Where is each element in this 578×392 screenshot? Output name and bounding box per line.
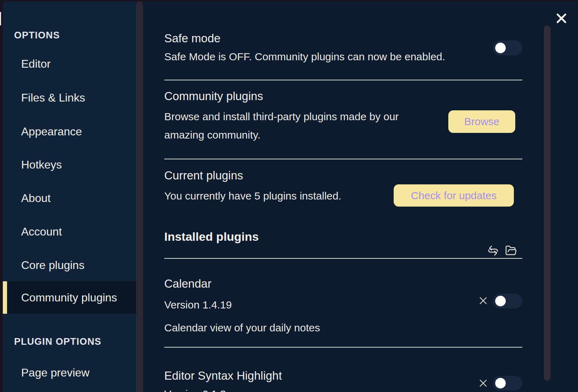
plugin-calendar-desc: Calendar view of your daily notes: [164, 319, 320, 337]
setting-community-plugins-name: Community plugins: [164, 88, 263, 104]
sidebar-item-page-preview[interactable]: Page preview: [21, 365, 90, 380]
selected-accent-bar: [3, 281, 7, 314]
installed-plugins-heading: Installed plugins: [164, 229, 259, 244]
divider: [164, 258, 522, 259]
setting-community-plugins-desc: Browse and install third-party plugins m…: [164, 108, 399, 144]
sidebar-section-options: OPTIONS: [14, 29, 60, 41]
settings-modal: OPTIONS Editor Files & Links Appearance …: [0, 0, 578, 392]
safe-mode-toggle[interactable]: [493, 41, 522, 55]
setting-current-plugins-name: Current plugins: [164, 168, 243, 183]
divider: [164, 159, 522, 159]
uninstall-x-icon[interactable]: [478, 295, 488, 306]
sidebar-item-account[interactable]: Account: [21, 224, 62, 239]
plugin-esh-toggle[interactable]: [493, 376, 522, 391]
folder-open-icon[interactable]: [505, 245, 517, 257]
plugin-esh-version: Version 0.1.3: [164, 385, 226, 392]
toggle-knob: [495, 378, 506, 388]
content-scrollbar[interactable]: [544, 25, 551, 381]
plugin-calendar-toggle[interactable]: [493, 294, 522, 308]
toggle-knob: [495, 296, 506, 306]
sidebar-section-plugin-options: PLUGIN OPTIONS: [14, 336, 102, 348]
setting-safe-mode-name: Safe mode: [164, 31, 221, 46]
browse-button[interactable]: Browse: [448, 110, 515, 133]
settings-sidebar: OPTIONS Editor Files & Links Appearance …: [3, 1, 136, 392]
sidebar-item-files-links[interactable]: Files & Links: [21, 90, 85, 105]
close-icon[interactable]: [555, 12, 568, 25]
sidebar-item-core-plugins[interactable]: Core plugins: [21, 258, 85, 272]
sidebar-scrollbar[interactable]: [136, 1, 143, 392]
sidebar-item-about[interactable]: About: [21, 191, 51, 206]
plugin-calendar-version: Version 1.4.19: [164, 296, 232, 314]
sidebar-item-editor[interactable]: Editor: [21, 56, 51, 71]
divider: [164, 80, 522, 80]
background-window-sliver: [0, 12, 1, 25]
sidebar-item-appearance[interactable]: Appearance: [21, 124, 82, 139]
divider: [164, 347, 522, 348]
plugin-esh-name: Editor Syntax Highlight: [164, 368, 282, 384]
setting-safe-mode-desc: Safe Mode is OFF. Community plugins can …: [164, 48, 445, 66]
check-for-updates-button[interactable]: Check for updates: [394, 184, 514, 207]
plugin-calendar-name: Calendar: [164, 276, 211, 292]
toggle-knob: [495, 43, 506, 53]
sidebar-item-hotkeys[interactable]: Hotkeys: [21, 157, 62, 172]
sync-icon[interactable]: [487, 245, 499, 257]
uninstall-x-icon[interactable]: [478, 378, 488, 388]
sidebar-item-community-plugins[interactable]: Community plugins: [3, 281, 136, 314]
setting-current-plugins-desc: You currently have 5 plugins installed.: [164, 187, 342, 205]
settings-content: Safe mode Safe Mode is OFF. Community pl…: [143, 1, 578, 392]
